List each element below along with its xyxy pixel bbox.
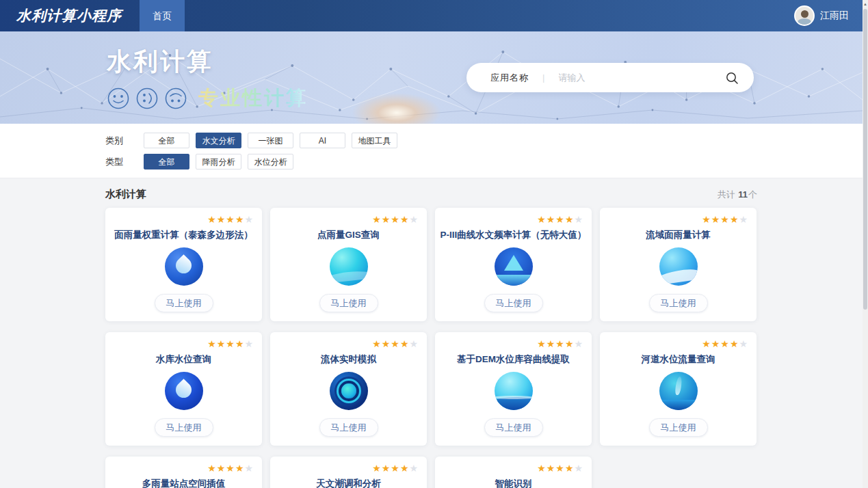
count-suffix: 个	[748, 189, 757, 200]
star-filled-icon: ★	[400, 338, 410, 349]
star-filled-icon: ★	[235, 338, 245, 349]
nav-tab-home[interactable]: 首页	[140, 0, 185, 31]
hero-banner: 水利计算	[0, 31, 863, 124]
app-icon	[330, 372, 368, 410]
filter-option[interactable]: 地图工具	[352, 133, 397, 148]
card-title: 水库水位查询	[107, 353, 260, 366]
navbar: 水利计算小程序 首页 江雨田	[0, 0, 863, 31]
card-title: 面雨量权重计算（泰森多边形法）	[107, 229, 260, 241]
app-logo: 水利计算小程序	[16, 6, 122, 25]
app-card[interactable]: ★★★★★ 智能识别 马上使用	[435, 457, 592, 488]
app-card[interactable]: ★★★★★ 多雨量站点空间插值 马上使用	[105, 457, 262, 488]
star-filled-icon: ★	[720, 214, 730, 225]
star-rating: ★★★★★	[114, 215, 254, 224]
count-prefix: 共计	[718, 189, 735, 200]
filter-option[interactable]: 全部	[144, 154, 189, 170]
filter-option[interactable]: AI	[300, 133, 345, 148]
star-filled-icon: ★	[207, 338, 217, 349]
scrollbar-thumb[interactable]	[863, 9, 867, 310]
app-card[interactable]: ★★★★★ 流体实时模拟 马上使用	[270, 332, 427, 446]
star-rating: ★★★★★	[278, 215, 419, 224]
filter-label: 类别	[105, 135, 126, 147]
star-rating: ★★★★★	[608, 339, 748, 349]
app-card[interactable]: ★★★★★ 天文潮调和分析 马上使用	[270, 457, 427, 488]
search-icon[interactable]	[725, 71, 739, 85]
filter-options: 全部水文分析一张图AI地图工具	[144, 133, 404, 148]
user-menu[interactable]: 江雨田	[794, 5, 849, 26]
app-card[interactable]: ★★★★★ 点雨量GIS查询 马上使用	[270, 208, 427, 321]
section-count: 共计 11个	[718, 189, 757, 201]
star-empty-icon: ★	[574, 214, 583, 225]
app-card[interactable]: ★★★★★ 流域面雨量计算 马上使用	[600, 208, 757, 321]
search-separator: |	[542, 72, 544, 83]
filter-row: 类别 全部水文分析一张图AI地图工具	[105, 133, 757, 148]
use-button[interactable]: 马上使用	[155, 418, 213, 437]
star-filled-icon: ★	[555, 338, 565, 349]
card-title: 点雨量GIS查询	[272, 229, 425, 241]
star-filled-icon: ★	[547, 463, 556, 474]
app-icon	[659, 372, 698, 410]
count-number: 11	[738, 189, 748, 200]
app-card[interactable]: ★★★★★ P-III曲线水文频率计算（无特大值） 马上使用	[435, 208, 592, 321]
app-card[interactable]: ★★★★★ 面雨量权重计算（泰森多边形法） 马上使用	[105, 208, 262, 321]
star-filled-icon: ★	[537, 214, 547, 225]
smiley-icon-2	[135, 87, 159, 110]
smiley-icon-3	[164, 87, 187, 110]
star-rating: ★★★★★	[443, 215, 583, 224]
star-filled-icon: ★	[400, 463, 410, 474]
use-button[interactable]: 马上使用	[484, 294, 543, 312]
section-title: 水利计算	[105, 188, 146, 201]
star-filled-icon: ★	[400, 214, 410, 225]
user-name: 江雨田	[820, 10, 849, 22]
star-filled-icon: ★	[207, 214, 217, 225]
star-filled-icon: ★	[207, 463, 217, 474]
scroll-up-arrow-icon[interactable]: ▲	[863, 1, 868, 8]
scrollbar[interactable]: ▲	[863, 0, 868, 488]
app-card[interactable]: ★★★★★ 河道水位流量查询 马上使用	[600, 332, 757, 446]
use-button[interactable]: 马上使用	[319, 294, 378, 312]
app-card[interactable]: ★★★★★ 水库水位查询 马上使用	[105, 332, 262, 446]
star-empty-icon: ★	[244, 463, 254, 474]
star-filled-icon: ★	[382, 214, 391, 225]
filter-option[interactable]: 水位分析	[248, 154, 293, 170]
star-filled-icon: ★	[537, 463, 547, 474]
star-filled-icon: ★	[372, 214, 382, 225]
star-filled-icon: ★	[547, 338, 556, 349]
star-filled-icon: ★	[391, 214, 400, 225]
search-input[interactable]	[558, 72, 725, 83]
filter-option[interactable]: 水文分析	[196, 133, 241, 148]
user-avatar[interactable]	[794, 5, 815, 26]
star-filled-icon: ★	[565, 214, 575, 225]
hero-subtitle: 专业性计算	[198, 85, 308, 112]
star-filled-icon: ★	[226, 338, 235, 349]
star-empty-icon: ★	[574, 338, 583, 349]
filter-option[interactable]: 一张图	[248, 133, 293, 148]
app-card[interactable]: ★★★★★ 基于DEM水位库容曲线提取 马上使用	[435, 332, 592, 446]
star-empty-icon: ★	[739, 214, 748, 225]
use-button[interactable]: 马上使用	[484, 418, 543, 437]
star-filled-icon: ★	[226, 463, 235, 474]
card-title: 智能识别	[437, 478, 590, 488]
filter-option[interactable]: 降雨分析	[196, 154, 241, 170]
filter-row: 类型 全部降雨分析水位分析	[105, 154, 757, 170]
star-empty-icon: ★	[244, 214, 254, 225]
star-filled-icon: ★	[565, 463, 575, 474]
use-button[interactable]: 马上使用	[319, 418, 378, 437]
star-filled-icon: ★	[382, 463, 391, 474]
use-button[interactable]: 马上使用	[649, 294, 708, 312]
app-icon	[330, 247, 368, 286]
star-filled-icon: ★	[730, 338, 739, 349]
star-filled-icon: ★	[537, 338, 547, 349]
app-icon	[165, 372, 203, 410]
use-button[interactable]: 马上使用	[155, 294, 213, 312]
star-rating: ★★★★★	[278, 463, 419, 473]
main-content: 水利计算 共计 11个 ★★★★★ 面雨量权重计算（泰森多边形法） 马上使用 ★…	[0, 178, 863, 488]
star-empty-icon: ★	[409, 214, 419, 225]
star-filled-icon: ★	[235, 463, 245, 474]
star-empty-icon: ★	[574, 463, 583, 474]
use-button[interactable]: 马上使用	[649, 418, 708, 437]
app-card-grid: ★★★★★ 面雨量权重计算（泰森多边形法） 马上使用 ★★★★★ 点雨量GIS查…	[105, 208, 757, 488]
app-icon	[495, 372, 533, 410]
filter-option[interactable]: 全部	[144, 133, 189, 148]
star-filled-icon: ★	[555, 214, 565, 225]
